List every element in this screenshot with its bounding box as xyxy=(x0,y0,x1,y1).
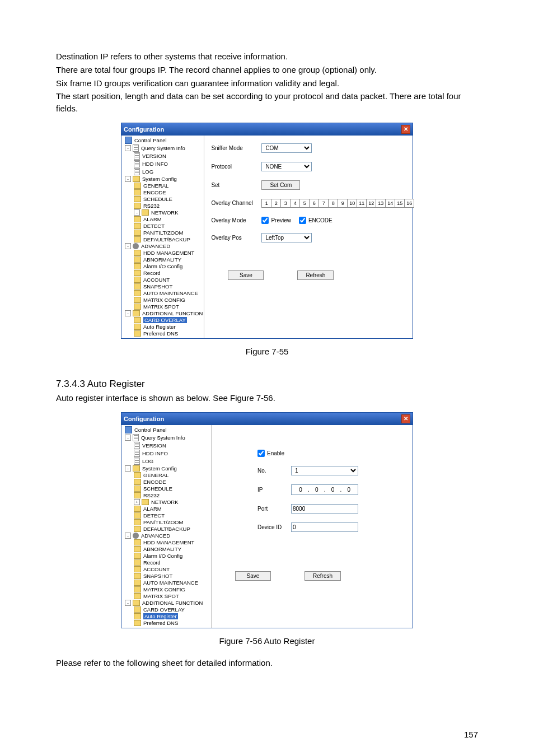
channel-cell[interactable]: 3 xyxy=(280,199,291,208)
tree-item[interactable]: Alarm I/O Config xyxy=(121,263,204,270)
channel-cell[interactable]: 5 xyxy=(299,199,310,208)
tree-item[interactable]: SNAPSHOT xyxy=(121,283,204,290)
tree-item[interactable]: LOG xyxy=(121,458,211,465)
tree-item[interactable]: ALARM xyxy=(121,216,204,223)
channel-cell[interactable]: 2 xyxy=(271,199,281,208)
tree-item[interactable]: Preferred DNS xyxy=(121,330,204,337)
tree-item[interactable]: SNAPSHOT xyxy=(121,573,211,580)
tree-item[interactable]: LOG xyxy=(121,168,204,176)
close-icon[interactable]: ✕ xyxy=(401,125,410,134)
tree-item[interactable]: ENCODE xyxy=(121,189,204,196)
collapse-icon[interactable]: - xyxy=(134,209,140,216)
channel-cell[interactable]: 6 xyxy=(309,199,319,208)
tree-item[interactable]: ABNORMALITY xyxy=(121,256,204,263)
channel-cell[interactable]: 12 xyxy=(366,199,376,208)
overlay-pos-select[interactable]: LeftTop xyxy=(261,233,312,242)
tree-item[interactable]: AUTO MAINTENANCE xyxy=(121,580,211,586)
tree-item[interactable]: DEFAULT/BACKUP xyxy=(121,526,211,533)
refresh-button[interactable]: Refresh xyxy=(305,571,341,581)
collapse-icon[interactable]: - xyxy=(125,533,131,539)
channel-cell[interactable]: 15 xyxy=(395,199,405,208)
tree-item[interactable]: -System Config xyxy=(121,176,204,183)
tree-item[interactable]: HDD INFO xyxy=(121,160,204,168)
tree-item[interactable]: -Query System Info xyxy=(121,434,211,442)
close-icon[interactable]: ✕ xyxy=(401,414,410,423)
tree-item[interactable]: ALARM xyxy=(121,506,211,512)
tree-item[interactable]: ENCODE xyxy=(121,479,211,486)
tree-item[interactable]: -ADDITIONAL FUNCTION xyxy=(121,600,211,606)
channel-cell[interactable]: 10 xyxy=(347,199,357,208)
collapse-icon[interactable]: - xyxy=(125,465,131,472)
save-button[interactable]: Save xyxy=(235,571,271,581)
collapse-icon[interactable]: - xyxy=(125,435,131,441)
tree-item[interactable]: MATRIX SPOT xyxy=(121,593,211,600)
tree-item[interactable]: GENERAL xyxy=(121,183,204,189)
ip-input[interactable]: 0. 0. 0. 0 xyxy=(291,484,358,495)
channel-cell[interactable]: 7 xyxy=(318,199,329,208)
channel-cell[interactable]: 16 xyxy=(404,199,414,208)
tree-item[interactable]: Preferred DNS xyxy=(121,620,211,627)
tree-item[interactable]: -ADVANCED xyxy=(121,243,204,250)
tree-item[interactable]: Record xyxy=(121,559,211,566)
tree-item[interactable]: SCHEDULE xyxy=(121,196,204,203)
collapse-icon[interactable]: - xyxy=(125,310,131,316)
tree-item[interactable]: VERSION xyxy=(121,152,204,160)
tree-item[interactable]: MATRIX CONFIG xyxy=(121,297,204,304)
tree-item[interactable]: MATRIX CONFIG xyxy=(121,586,211,593)
channel-cell[interactable]: 1 xyxy=(261,199,271,208)
tree-item[interactable]: RS232 xyxy=(121,203,204,209)
tree-item[interactable]: Auto Register xyxy=(121,324,204,330)
expand-icon[interactable]: + xyxy=(134,499,140,505)
tree-item[interactable]: HDD MANAGEMENT xyxy=(121,539,211,546)
port-input[interactable] xyxy=(291,504,358,514)
tree-item[interactable]: CARD OVERLAY xyxy=(121,606,211,613)
tree-item[interactable]: DETECT xyxy=(121,223,204,230)
tree-item[interactable]: ACCOUNT xyxy=(121,277,204,283)
tree-item[interactable]: ACCOUNT xyxy=(121,566,211,573)
tree-item[interactable]: PAN/TILT/ZOOM xyxy=(121,519,211,526)
tree-item[interactable]: Auto Register xyxy=(121,613,211,620)
channel-cell[interactable]: 14 xyxy=(385,199,395,208)
tree-item[interactable]: -ADDITIONAL FUNCTION xyxy=(121,310,204,317)
collapse-icon[interactable]: - xyxy=(125,176,131,182)
tree-item[interactable]: Record xyxy=(121,270,204,277)
no-select[interactable]: 1 xyxy=(291,466,358,475)
encode-checkbox[interactable]: ENCODE xyxy=(299,217,332,224)
channel-cell[interactable]: 11 xyxy=(357,199,367,208)
collapse-icon[interactable]: - xyxy=(125,145,131,151)
collapse-icon[interactable]: - xyxy=(125,243,131,249)
tree-item[interactable]: AUTO MAINTENANCE xyxy=(121,290,204,297)
tree-item[interactable]: ABNORMALITY xyxy=(121,546,211,553)
tree-item[interactable]: Alarm I/O Config xyxy=(121,553,211,559)
tree-item[interactable]: -NETWORK xyxy=(121,209,204,216)
channel-cell[interactable]: 8 xyxy=(328,199,338,208)
tree-item[interactable]: HDD MANAGEMENT xyxy=(121,250,204,256)
tree-item[interactable]: DETECT xyxy=(121,512,211,519)
protocol-select[interactable]: NONE xyxy=(261,162,312,171)
tree-item[interactable]: -ADVANCED xyxy=(121,533,211,539)
tree-item[interactable]: PAN/TILT/ZOOM xyxy=(121,230,204,236)
tree-item[interactable]: CARD OVERLAY xyxy=(121,317,204,324)
tree-item[interactable]: MATRIX SPOT xyxy=(121,304,204,310)
tree-item[interactable]: RS232 xyxy=(121,492,211,499)
channel-cell[interactable]: 9 xyxy=(338,199,348,208)
tree-item[interactable]: SCHEDULE xyxy=(121,486,211,492)
tree-item[interactable]: VERSION xyxy=(121,442,211,450)
tree-item[interactable]: Control Panel xyxy=(121,137,204,144)
tree-item[interactable]: HDD INFO xyxy=(121,450,211,458)
channel-cell[interactable]: 4 xyxy=(290,199,300,208)
device-id-input[interactable] xyxy=(291,522,358,532)
set-com-button[interactable]: Set Com xyxy=(261,180,300,190)
refresh-button[interactable]: Refresh xyxy=(297,270,334,280)
tree-item[interactable]: +NETWORK xyxy=(121,499,211,506)
tree-item[interactable]: -System Config xyxy=(121,465,211,472)
sniffer-mode-select[interactable]: COM xyxy=(261,143,312,153)
overlay-channel-grid[interactable]: 12345678910111213141516 xyxy=(261,199,414,208)
preview-checkbox[interactable]: Preview xyxy=(261,217,291,224)
channel-cell[interactable]: 13 xyxy=(376,199,386,208)
tree-item[interactable]: GENERAL xyxy=(121,472,211,479)
tree-item[interactable]: Control Panel xyxy=(121,426,211,434)
tree-item[interactable]: -Query System Info xyxy=(121,144,204,152)
collapse-icon[interactable]: - xyxy=(125,600,131,606)
save-button[interactable]: Save xyxy=(228,270,264,280)
